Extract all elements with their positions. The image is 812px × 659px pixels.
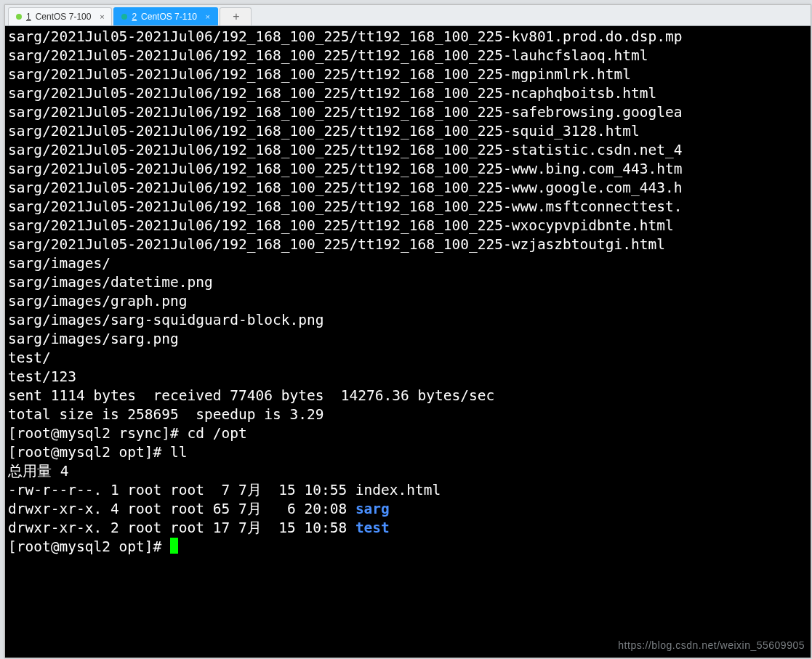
tab-centos-7-110[interactable]: 2 CentOS 7-110× bbox=[113, 7, 217, 25]
terminal-output[interactable]: sarg/2021Jul05-2021Jul06/192_168_100_225… bbox=[5, 26, 811, 658]
terminal-line: [root@mysql2 opt]# bbox=[8, 538, 808, 557]
terminal-line: [root@mysql2 opt]# ll bbox=[8, 443, 808, 462]
close-icon[interactable]: × bbox=[98, 12, 105, 21]
terminal-line: test/123 bbox=[8, 368, 808, 387]
terminal-line: sarg/2021Jul05-2021Jul06/192_168_100_225… bbox=[8, 160, 808, 179]
tab-bar: 1 CentOS 7-100×2 CentOS 7-110×+ bbox=[5, 5, 811, 26]
tab-centos-7-100[interactable]: 1 CentOS 7-100× bbox=[8, 7, 112, 25]
terminal-line: sarg/images/sarg-squidguard-block.png bbox=[8, 311, 808, 330]
terminal-line: test/ bbox=[8, 349, 808, 368]
terminal-line: sarg/2021Jul05-2021Jul06/192_168_100_225… bbox=[8, 47, 808, 65]
terminal-line: sarg/images/datetime.png bbox=[8, 273, 808, 292]
terminal-line: drwxr-xr-x. 2 root root 17 7月 15 10:58 t… bbox=[8, 519, 808, 538]
add-tab-button[interactable]: + bbox=[220, 7, 252, 25]
terminal-line: sarg/images/ bbox=[8, 254, 808, 273]
terminal-line: sarg/2021Jul05-2021Jul06/192_168_100_225… bbox=[8, 103, 808, 122]
tab-label: CentOS 7-110 bbox=[141, 12, 197, 22]
terminal-line: 总用量 4 bbox=[8, 462, 808, 481]
terminal-line: sarg/2021Jul05-2021Jul06/192_168_100_225… bbox=[8, 235, 808, 254]
cursor-icon bbox=[170, 538, 178, 554]
terminal-line: [root@mysql2 rsync]# cd /opt bbox=[8, 424, 808, 443]
tab-number: 1 bbox=[26, 12, 31, 22]
terminal-line: sarg/2021Jul05-2021Jul06/192_168_100_225… bbox=[8, 65, 808, 84]
terminal-line: sarg/2021Jul05-2021Jul06/192_168_100_225… bbox=[8, 122, 808, 141]
terminal-line: -rw-r--r--. 1 root root 7 7月 15 10:55 in… bbox=[8, 481, 808, 500]
terminal-line: sent 1114 bytes received 77406 bytes 142… bbox=[8, 387, 808, 405]
close-icon[interactable]: × bbox=[204, 12, 212, 21]
app-window: 1 CentOS 7-100×2 CentOS 7-110×+ sarg/202… bbox=[4, 4, 811, 658]
terminal-line: sarg/2021Jul05-2021Jul06/192_168_100_225… bbox=[8, 28, 808, 47]
terminal-line: sarg/2021Jul05-2021Jul06/192_168_100_225… bbox=[8, 84, 808, 103]
terminal-line: drwxr-xr-x. 4 root root 65 7月 6 20:08 sa… bbox=[8, 500, 808, 519]
terminal-line: sarg/2021Jul05-2021Jul06/192_168_100_225… bbox=[8, 179, 808, 198]
tab-label: CentOS 7-100 bbox=[36, 12, 92, 22]
terminal-line: sarg/2021Jul05-2021Jul06/192_168_100_225… bbox=[8, 217, 808, 235]
watermark: https://blog.csdn.net/weixin_55609905 bbox=[618, 636, 805, 655]
terminal-line: total size is 258695 speedup is 3.29 bbox=[8, 405, 808, 424]
terminal-line: sarg/2021Jul05-2021Jul06/192_168_100_225… bbox=[8, 198, 808, 217]
status-dot-icon bbox=[16, 14, 22, 20]
terminal-line: sarg/images/sarg.png bbox=[8, 330, 808, 349]
terminal-line: sarg/images/graph.png bbox=[8, 292, 808, 311]
tab-number: 2 bbox=[132, 12, 137, 22]
status-dot-icon bbox=[121, 14, 127, 20]
terminal-line: sarg/2021Jul05-2021Jul06/192_168_100_225… bbox=[8, 141, 808, 160]
